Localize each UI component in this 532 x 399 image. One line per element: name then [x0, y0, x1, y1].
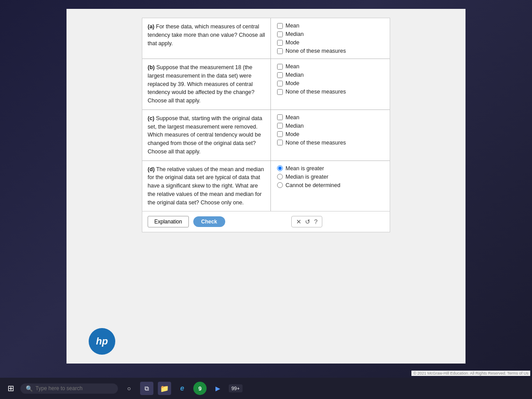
question-content-c: Suppose that, starting with the original…: [148, 115, 262, 155]
checkbox-c-median[interactable]: [277, 123, 283, 129]
taskbar: ⊞ 🔍 ○ ⧉ 📁 e 9 ▶ 99+: [0, 378, 532, 399]
reset-icon[interactable]: ↺: [305, 218, 310, 225]
part-label-b: (b): [148, 64, 155, 70]
hp-logo: hp: [89, 328, 115, 355]
question-content-b: Suppose that the measurement 18 (the lar…: [148, 64, 254, 104]
taskbar-edge[interactable]: e: [176, 382, 189, 395]
answer-options-b: Mean Median Mode None of these measures: [271, 59, 390, 110]
option-b-mode[interactable]: Mode: [277, 80, 383, 86]
checkbox-c-mean[interactable]: [277, 114, 283, 120]
taskbar-app2[interactable]: ▶: [211, 382, 224, 395]
option-a-mode[interactable]: Mode: [277, 39, 383, 46]
help-icon[interactable]: ?: [314, 218, 317, 225]
option-d-median-greater[interactable]: Median is greater: [277, 174, 383, 180]
option-label-a-none: None of these measures: [286, 48, 346, 54]
option-a-median[interactable]: Median: [277, 31, 383, 37]
checkbox-a-none[interactable]: [277, 48, 283, 54]
checkbox-b-median[interactable]: [277, 72, 283, 78]
question-text-b: (b) Suppose that the measurement 18 (the…: [142, 59, 271, 110]
checkbox-b-mean[interactable]: [277, 64, 283, 70]
option-label-b-mean: Mean: [286, 63, 299, 70]
option-label-b-none: None of these measures: [286, 89, 346, 95]
answer-options-a: Mean Median Mode None of these measures: [271, 18, 390, 59]
check-button[interactable]: Check: [193, 216, 225, 227]
option-c-median[interactable]: Median: [277, 123, 383, 129]
taskbar-multitask[interactable]: ⧉: [140, 382, 153, 395]
answer-options-d: Mean is greater Median is greater Cannot…: [271, 161, 390, 211]
option-label-b-mode: Mode: [286, 80, 299, 86]
option-label-d-mean-greater: Mean is greater: [286, 165, 324, 172]
option-b-none[interactable]: None of these measures: [277, 89, 383, 95]
option-label-c-none: None of these measures: [286, 140, 346, 146]
option-label-a-mode: Mode: [286, 39, 299, 46]
quiz-container: (a) For these data, which measures of ce…: [142, 18, 390, 232]
radio-d-cannot[interactable]: [277, 182, 283, 188]
option-c-none[interactable]: None of these measures: [277, 140, 383, 146]
option-label-c-mode: Mode: [286, 131, 299, 137]
monitor-bezel: (a) For these data, which measures of ce…: [66, 9, 466, 364]
taskbar-app1[interactable]: 9: [193, 382, 207, 395]
option-label-c-mean: Mean: [286, 114, 299, 121]
checkbox-b-mode[interactable]: [277, 81, 283, 86]
checkbox-a-mode[interactable]: [277, 40, 283, 46]
question-text-a: (a) For these data, which measures of ce…: [142, 18, 271, 59]
checkbox-a-median[interactable]: [277, 31, 283, 37]
option-label-a-median: Median: [286, 31, 304, 37]
part-label-d: (d): [148, 166, 155, 172]
taskbar-icons: ○ ⧉ 📁 e 9 ▶ 99+: [122, 382, 243, 395]
part-label-c: (c): [148, 115, 154, 121]
option-d-mean-greater[interactable]: Mean is greater: [277, 165, 383, 172]
option-c-mean[interactable]: Mean: [277, 114, 383, 121]
explanation-button[interactable]: Explanation: [148, 216, 189, 227]
option-label-b-median: Median: [286, 72, 304, 78]
notification-badge[interactable]: 99+: [229, 384, 243, 392]
option-d-cannot[interactable]: Cannot be determined: [277, 182, 383, 188]
option-b-mean[interactable]: Mean: [277, 63, 383, 70]
option-label-a-mean: Mean: [286, 23, 299, 29]
option-a-mean[interactable]: Mean: [277, 23, 383, 29]
question-block-b: (b) Suppose that the measurement 18 (the…: [142, 59, 390, 110]
clear-icon[interactable]: ✕: [296, 218, 301, 225]
action-icons-panel: ✕ ↺ ?: [291, 216, 322, 227]
question-content-d: The relative values of the mean and medi…: [148, 166, 264, 206]
answer-options-c: Mean Median Mode None of these measures: [271, 110, 390, 160]
taskbar-cortana[interactable]: ○: [122, 382, 136, 395]
search-input[interactable]: [35, 385, 106, 391]
radio-d-mean-greater[interactable]: [277, 165, 283, 171]
question-text-d: (d) The relative values of the mean and …: [142, 161, 271, 211]
question-block-d: (d) The relative values of the mean and …: [142, 161, 390, 211]
option-label-d-cannot: Cannot be determined: [286, 182, 340, 188]
radio-d-median-greater[interactable]: [277, 174, 283, 180]
part-label-a: (a): [148, 23, 154, 30]
checkbox-b-none[interactable]: [277, 89, 283, 95]
checkbox-c-none[interactable]: [277, 140, 283, 145]
option-c-mode[interactable]: Mode: [277, 131, 383, 137]
option-label-c-median: Median: [286, 123, 304, 129]
question-content-a: For these data, which measures of centra…: [148, 23, 265, 47]
copyright-text: © 2021 McGraw-Hill Education. All Rights…: [411, 371, 530, 376]
search-icon: 🔍: [26, 385, 33, 392]
content-area: (a) For these data, which measures of ce…: [66, 9, 466, 364]
option-a-none[interactable]: None of these measures: [277, 48, 383, 54]
taskbar-search-bar[interactable]: 🔍: [20, 383, 118, 394]
checkbox-c-mode[interactable]: [277, 131, 283, 137]
taskbar-explorer[interactable]: 📁: [158, 382, 171, 395]
start-button[interactable]: ⊞: [4, 381, 18, 395]
question-block-c: (c) Suppose that, starting with the orig…: [142, 110, 390, 161]
checkbox-a-mean[interactable]: [277, 23, 283, 29]
option-b-median[interactable]: Median: [277, 72, 383, 78]
action-row: Explanation Check ✕ ↺ ?: [142, 211, 390, 232]
option-label-d-median-greater: Median is greater: [286, 174, 329, 180]
question-text-c: (c) Suppose that, starting with the orig…: [142, 110, 271, 160]
question-block-a: (a) For these data, which measures of ce…: [142, 18, 390, 59]
